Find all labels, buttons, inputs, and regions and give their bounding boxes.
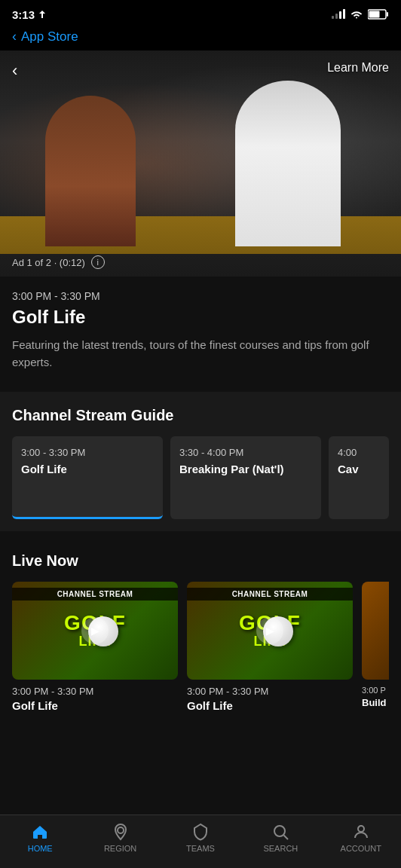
program-info: 3:00 PM - 3:30 PM Golf Life Featuring th… [0,277,401,386]
live-thumb-3-partial [362,582,389,680]
learn-more-button[interactable]: Learn More [327,61,389,75]
account-icon [352,823,370,841]
status-time: 3:13 [12,8,47,21]
guide-card-1[interactable]: 3:00 - 3:30 PM Golf Life [12,436,163,519]
guide-scroll[interactable]: 3:00 - 3:30 PM Golf Life 3:30 - 4:00 PM … [12,436,389,519]
nav-label-home: HOME [28,844,53,853]
person-left [45,96,136,246]
video-back-button[interactable]: ‹ [12,61,17,81]
nav-label-teams: TEAMS [186,844,215,853]
svg-line-5 [284,836,289,840]
live-card-title-1: Golf Life [12,699,178,712]
nav-item-search[interactable]: SEARCH [258,823,303,853]
time-display: 3:13 [12,8,35,21]
live-card-title-3: Build [362,697,389,708]
svg-point-6 [358,826,364,832]
guide-card-2[interactable]: 3:30 - 4:00 PM Breaking Par (Nat'l) [170,436,321,519]
video-player[interactable]: ‹ Learn More Ad 1 of 2 · (0:12) i [0,50,401,277]
channel-badge-2: CHANNEL STREAM [187,588,353,601]
guide-show-1: Golf Life [21,463,154,475]
program-description: Featuring the latest trends, tours of th… [12,337,389,371]
search-icon [271,823,289,841]
back-arrow-icon: ‹ [12,29,17,44]
svg-rect-1 [387,12,388,17]
guide-show-3: Cav [338,463,380,475]
live-card-time-2: 3:00 PM - 3:30 PM [187,686,353,697]
channel-guide-title: Channel Stream Guide [12,407,389,424]
ad-text: Ad 1 of 2 · (0:12) [12,257,85,268]
home-icon [31,823,49,841]
live-card-time-1: 3:00 PM - 3:30 PM [12,686,178,697]
nav-item-account[interactable]: ACCOUNT [338,823,384,853]
location-icon [38,10,47,19]
svg-point-4 [274,826,285,836]
wifi-icon [350,10,363,20]
play-button-2[interactable]: ▶ [256,617,283,644]
app-store-nav[interactable]: ‹ App Store [0,27,401,50]
nav-item-teams[interactable]: TEAMS [178,823,223,853]
live-card-time-3: 3:00 P [362,686,389,695]
guide-time-2: 3:30 - 4:00 PM [179,447,312,458]
guide-show-2: Breaking Par (Nat'l) [179,463,312,475]
channel-guide-section: Channel Stream Guide 3:00 - 3:30 PM Golf… [0,392,401,531]
live-thumb-2[interactable]: CHANNEL STREAM GOLF LIFE ▶ [187,582,353,680]
person-right [235,81,341,246]
live-thumb-1[interactable]: CHANNEL STREAM GOLF LIFE ▶ [12,582,178,680]
nav-item-home[interactable]: HOME [17,823,63,853]
battery-icon [368,9,389,20]
live-scroll[interactable]: CHANNEL STREAM GOLF LIFE ▶ 3:00 PM - 3:3… [12,582,389,712]
teams-icon [191,823,210,841]
live-thumb-bg-1: CHANNEL STREAM GOLF LIFE ▶ [12,582,178,680]
guide-time-3: 4:00 [338,447,380,458]
program-time: 3:00 PM - 3:30 PM [12,290,389,302]
live-card-2[interactable]: CHANNEL STREAM GOLF LIFE ▶ 3:00 PM - 3:3… [187,582,353,712]
play-button-1[interactable]: ▶ [81,617,109,644]
region-icon [112,823,130,841]
live-card-title-2: Golf Life [187,699,353,712]
guide-time-1: 3:00 - 3:30 PM [21,447,154,458]
live-now-section: Live Now CHANNEL STREAM GOLF LIFE ▶ 3:00… [0,537,401,724]
nav-label-account: ACCOUNT [341,844,381,853]
live-now-title: Live Now [12,552,389,570]
channel-badge-1: CHANNEL STREAM [12,588,178,601]
nav-item-region[interactable]: REGION [98,823,143,853]
ad-indicator: Ad 1 of 2 · (0:12) i [12,255,105,269]
program-title: Golf Life [12,307,389,328]
guide-card-3-partial[interactable]: 4:00 Cav [329,436,389,519]
nav-label-region: REGION [104,844,136,853]
signal-icon [332,10,345,19]
live-card-3-partial[interactable]: 3:00 P Build [362,582,389,712]
live-card-1[interactable]: CHANNEL STREAM GOLF LIFE ▶ 3:00 PM - 3:3… [12,582,178,712]
status-icons [332,9,389,20]
app-store-label[interactable]: App Store [21,29,78,44]
status-bar: 3:13 [0,0,401,27]
svg-point-3 [118,827,124,833]
ad-info-icon[interactable]: i [91,255,105,269]
nav-label-search: SEARCH [263,844,298,853]
live-thumb-bg-2: CHANNEL STREAM GOLF LIFE ▶ [187,582,353,680]
bottom-navigation: HOME REGION TEAMS SEARCH [0,815,401,868]
svg-rect-2 [369,11,380,18]
